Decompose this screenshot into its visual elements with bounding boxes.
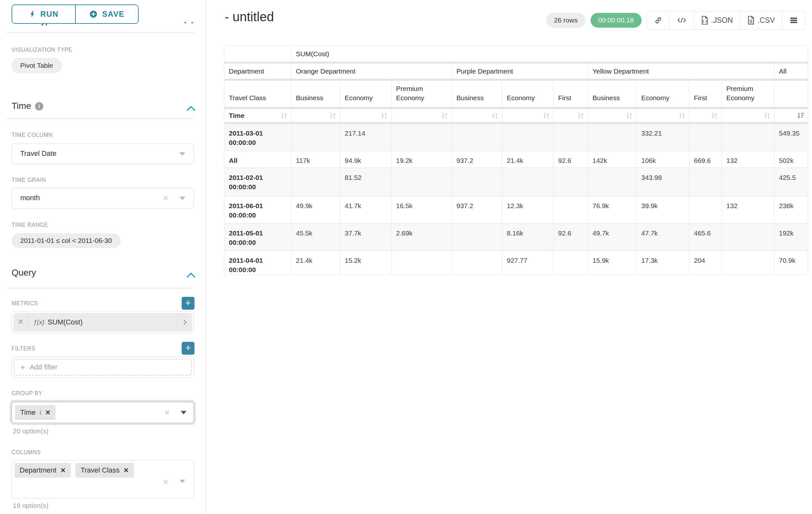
pivot-value-cell: 21.4k (291, 251, 340, 275)
chart-title[interactable]: - untitled (225, 10, 274, 24)
query-timer-badge: 00:00:00.18 (590, 13, 642, 28)
pivot-value-cell: 927.77 (502, 251, 554, 275)
travel-class-header (775, 81, 808, 109)
row-label-cell: 2011-06-01 00:00:00 (224, 197, 291, 224)
pivot-value-cell (554, 124, 588, 151)
travel-class-header: First (554, 81, 588, 109)
export-csv-button[interactable]: .CSV (740, 11, 782, 29)
time-section-title: Time (11, 101, 31, 111)
pivot-value-cell: 192k (775, 224, 808, 251)
caret-down-icon (179, 197, 185, 200)
time-sort-cell[interactable]: Time (224, 109, 291, 124)
pivot-table: SUM(Cost)DepartmentOrange DepartmentPurp… (224, 46, 808, 275)
column-sort-cell[interactable] (340, 109, 392, 124)
pivot-value-cell: 425.5 (775, 168, 808, 197)
row-label-cell: 2011-05-01 00:00:00 (224, 224, 291, 251)
chevron-up-icon[interactable] (186, 105, 196, 112)
metric-pill[interactable]: ✕ ƒ(x) SUM(Cost) (13, 313, 192, 331)
pivot-value-cell: 41.7k (340, 197, 392, 224)
column-group-header: Orange Department (291, 63, 452, 81)
column-sort-cell[interactable] (722, 109, 775, 124)
lightning-icon (29, 10, 36, 19)
info-icon: i (35, 102, 43, 110)
add-filter-button[interactable]: + (182, 342, 195, 355)
column-sort-cell[interactable] (588, 109, 637, 124)
expand-metric-icon[interactable] (177, 313, 192, 331)
remove-metric-icon[interactable]: ✕ (13, 313, 28, 331)
remove-chip-icon[interactable]: ✕ (45, 409, 51, 416)
pivot-value-cell: 94.9k (340, 151, 392, 168)
time-range-label: TIME RANGE (11, 222, 48, 228)
pivot-value-cell (554, 197, 588, 224)
column-sort-cell[interactable] (452, 109, 502, 124)
columns-select[interactable]: Department ✕ Travel Class ✕ × (11, 460, 194, 498)
pivot-value-cell (689, 124, 722, 151)
add-metric-button[interactable]: + (182, 297, 195, 310)
sort-icon[interactable] (625, 111, 634, 120)
sort-icon[interactable] (576, 111, 585, 120)
pivot-value-cell: 37.7k (340, 224, 392, 251)
sort-icon[interactable] (440, 111, 449, 120)
run-button[interactable]: RUN (12, 5, 75, 23)
code-icon (677, 16, 687, 24)
pivot-value-cell (588, 168, 637, 197)
remove-chip-icon[interactable]: ✕ (60, 466, 66, 474)
column-sort-cell[interactable] (689, 109, 722, 124)
sort-icon[interactable] (380, 111, 389, 120)
travel-class-header: Business (291, 81, 340, 109)
columns-chip[interactable]: Department ✕ (14, 463, 71, 478)
clear-icon[interactable]: × (163, 477, 169, 487)
sort-icon[interactable] (677, 111, 687, 120)
column-sort-cell[interactable] (637, 109, 689, 124)
sort-icon[interactable] (710, 111, 719, 120)
csv-file-icon (747, 16, 755, 25)
panel-resize-handle[interactable] (184, 22, 193, 23)
time-grain-select[interactable]: month × (11, 188, 194, 209)
pivot-value-cell (554, 251, 588, 275)
pivot-value-cell: 238k (775, 197, 808, 224)
pivot-value-cell (722, 224, 775, 251)
time-range-pill[interactable]: 2011-01-01 ≤ col < 2011-06-30 (11, 233, 121, 248)
sort-icon[interactable] (280, 111, 289, 120)
copy-link-button[interactable] (647, 11, 669, 29)
column-sort-cell[interactable] (502, 109, 554, 124)
time-column-select[interactable]: Travel Date (11, 143, 194, 164)
sort-icon[interactable] (762, 111, 772, 120)
chevron-up-icon[interactable] (186, 271, 196, 278)
sort-icon[interactable] (490, 111, 499, 120)
save-button[interactable]: SAVE (75, 5, 138, 23)
group-by-chip[interactable]: Time i ✕ (15, 405, 56, 420)
chevron-right-icon (181, 319, 188, 326)
column-sort-cell[interactable] (291, 109, 340, 124)
column-sort-cell[interactable] (554, 109, 588, 124)
caret-down-icon (181, 411, 186, 414)
column-sort-cell-active[interactable] (775, 109, 808, 124)
travel-class-header: Business (452, 81, 502, 109)
clear-icon[interactable]: × (163, 193, 169, 203)
pivot-value-cell: 76.9k (588, 197, 637, 224)
column-sort-cell[interactable] (392, 109, 452, 124)
add-filter-dropzone[interactable]: + Add filter (14, 359, 192, 376)
export-json-button[interactable]: .JSON (694, 11, 740, 29)
menu-button[interactable] (782, 11, 805, 29)
pivot-value-cell (722, 168, 775, 197)
visualization-type-pill[interactable]: Pivot Table (11, 58, 62, 73)
clear-icon[interactable]: × (164, 408, 170, 417)
travel-class-dim-cell: Travel Class (224, 81, 291, 109)
remove-chip-icon[interactable]: ✕ (123, 466, 129, 474)
view-query-button[interactable] (669, 11, 694, 29)
hamburger-icon (789, 17, 798, 24)
travel-class-header: Economy (637, 81, 689, 109)
columns-chip[interactable]: Travel Class ✕ (76, 463, 134, 478)
pivot-value-cell: 117k (291, 151, 340, 168)
pivot-value-cell (452, 168, 502, 197)
column-group-header: Purple Department (452, 63, 588, 81)
sort-icon[interactable] (542, 111, 551, 120)
sort-desc-icon[interactable] (796, 111, 805, 120)
pivot-value-cell (722, 251, 775, 275)
sort-icon[interactable] (328, 111, 337, 120)
pivot-value-cell: 465.6 (689, 224, 722, 251)
pivot-value-cell: 132 (722, 151, 775, 168)
travel-class-header: Premium Economy (392, 81, 452, 109)
group-by-select[interactable]: Time i ✕ × (11, 402, 194, 423)
